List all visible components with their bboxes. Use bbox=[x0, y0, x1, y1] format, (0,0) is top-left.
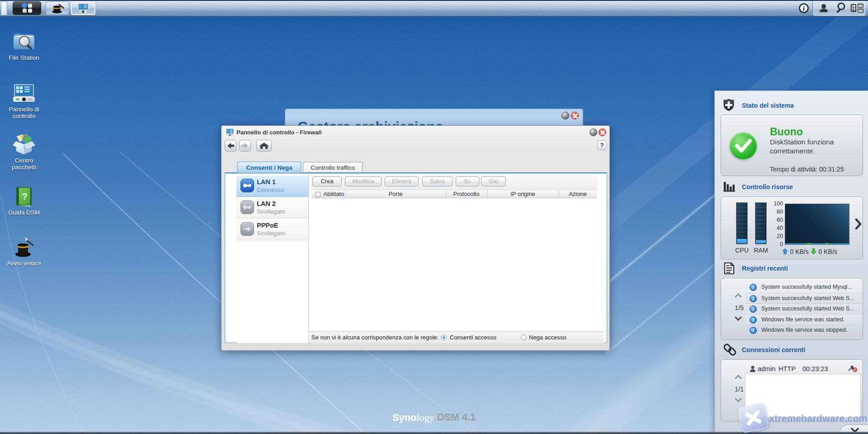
svg-text:?: ? bbox=[22, 191, 27, 201]
